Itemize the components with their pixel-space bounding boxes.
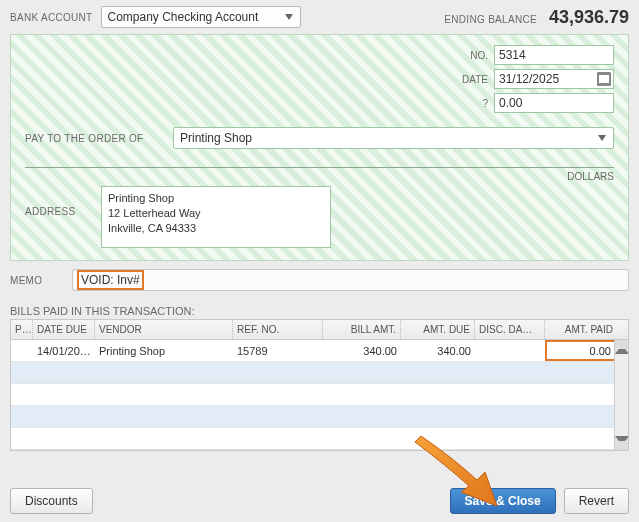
cell-vendor: Printing Shop <box>95 340 233 361</box>
ending-balance-value: 43,936.79 <box>549 7 629 28</box>
cell-ref-no: 15789 <box>233 340 323 361</box>
col-bill-amt[interactable]: BILL AMT. <box>323 320 401 339</box>
calendar-icon[interactable] <box>597 72 611 86</box>
check-panel: NO. DATE ? PAY TO THE ORDER OF Printing … <box>10 34 629 261</box>
table-row <box>11 384 628 406</box>
table-row <box>11 428 628 450</box>
footer: Discounts Save & Close Revert <box>0 488 639 514</box>
memo-value-highlight: VOID: Inv# <box>77 270 144 290</box>
cell-disc-date <box>475 340 545 361</box>
cell-bill-amt: 340.00 <box>323 340 401 361</box>
chevron-down-icon <box>282 10 296 24</box>
payee-select[interactable]: Printing Shop <box>173 127 614 149</box>
discounts-button[interactable]: Discounts <box>10 488 93 514</box>
table-row[interactable]: 14/01/20… Printing Shop 15789 340.00 340… <box>11 340 628 362</box>
col-amt-paid[interactable]: AMT. PAID <box>545 320 617 339</box>
col-disc-date[interactable]: DISC. DA… <box>475 320 545 339</box>
col-ref-no[interactable]: REF. NO. <box>233 320 323 339</box>
check-date-input[interactable] <box>494 69 614 89</box>
col-amt-due[interactable]: AMT. DUE <box>401 320 475 339</box>
memo-input[interactable]: VOID: Inv# <box>72 269 629 291</box>
check-date-label: DATE <box>462 74 488 85</box>
cell-p <box>11 340 33 361</box>
check-amount-label: ? <box>462 98 488 109</box>
col-vendor[interactable]: VENDOR <box>95 320 233 339</box>
top-bar: BANK ACCOUNT Company Checking Account EN… <box>0 0 639 32</box>
svg-marker-0 <box>285 14 293 20</box>
payee-label: PAY TO THE ORDER OF <box>25 133 165 144</box>
dollars-label: DOLLARS <box>567 171 614 182</box>
save-close-button[interactable]: Save & Close <box>450 488 556 514</box>
check-no-input[interactable] <box>494 45 614 65</box>
check-amount-input[interactable] <box>494 93 614 113</box>
col-p[interactable]: P… <box>11 320 33 339</box>
bills-title: BILLS PAID IN THIS TRANSACTION: <box>10 305 629 317</box>
amount-words-line: DOLLARS <box>25 167 614 168</box>
chevron-down-icon <box>595 131 609 145</box>
scroll-down-icon[interactable] <box>615 436 628 450</box>
table-row <box>11 406 628 428</box>
col-date-due[interactable]: DATE DUE <box>33 320 95 339</box>
cell-amt-due: 340.00 <box>401 340 475 361</box>
bills-grid: P… DATE DUE VENDOR REF. NO. BILL AMT. AM… <box>10 319 629 451</box>
memo-label: MEMO <box>10 275 60 286</box>
scrollbar[interactable] <box>614 340 628 450</box>
check-no-label: NO. <box>462 50 488 61</box>
cell-amt-paid[interactable]: 0.00 <box>545 340 617 361</box>
address-box[interactable]: Printing Shop 12 Letterhead Way Inkville… <box>101 186 331 248</box>
cell-date-due: 14/01/20… <box>33 340 95 361</box>
bank-account-label: BANK ACCOUNT <box>10 12 93 23</box>
table-row <box>11 362 628 384</box>
grid-header: P… DATE DUE VENDOR REF. NO. BILL AMT. AM… <box>11 320 628 340</box>
bank-account-select[interactable]: Company Checking Account <box>101 6 301 28</box>
grid-body: 14/01/20… Printing Shop 15789 340.00 340… <box>11 340 628 450</box>
address-label: ADDRESS <box>25 186 85 217</box>
payee-value: Printing Shop <box>180 131 252 145</box>
scroll-up-icon[interactable] <box>615 340 628 354</box>
ending-balance-label: ENDING BALANCE <box>444 14 537 25</box>
svg-marker-1 <box>598 135 606 141</box>
bank-account-value: Company Checking Account <box>108 10 259 24</box>
revert-button[interactable]: Revert <box>564 488 629 514</box>
